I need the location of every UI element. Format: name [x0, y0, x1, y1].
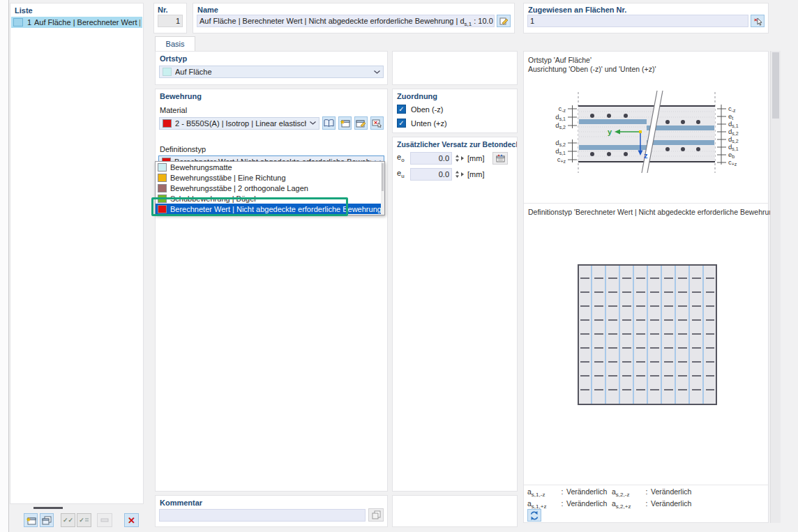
- apply-selected-lines-icon: [84, 517, 89, 524]
- copy-pages-icon: [372, 510, 381, 519]
- assigned-panel: Zugewiesen an Flächen Nr. ×: [523, 3, 769, 33]
- inactive-placeholder-icon: [100, 518, 109, 522]
- material-value: 2 - B550S(A) | Isotrop | Linear elastisc…: [175, 119, 306, 128]
- kommentar-copy-button[interactable]: [368, 508, 384, 522]
- info-divider2: [524, 485, 768, 485]
- eu-field[interactable]: [410, 168, 452, 181]
- annotation-highlight: [151, 197, 348, 216]
- option-swatch: [158, 174, 167, 182]
- svg-text:ds,1: ds,1: [555, 147, 566, 155]
- name-sub1: s,1: [465, 21, 472, 27]
- liste-panel: Liste 1 Auf Fläche | Berechneter Wert | …: [10, 3, 144, 504]
- eu-spinner[interactable]: [455, 170, 465, 178]
- slab-left-labels: c-z ds,1 ds,2 ds,2 ds,1 c+z: [555, 105, 566, 164]
- scrollbar-thumb[interactable]: [772, 52, 779, 119]
- new-material-icon: ★: [340, 119, 350, 128]
- material-delete-button[interactable]: ×: [370, 116, 384, 130]
- kommentar-panel: Kommentar: [155, 495, 388, 527]
- spinner-updown-icon: [455, 154, 460, 162]
- eu-symbol: eu: [397, 169, 407, 179]
- unten-label: Unten (+z): [411, 119, 447, 128]
- spinner-updown-icon: [455, 170, 460, 178]
- svg-text:c+z: c+z: [557, 155, 566, 164]
- axis-z-label: z: [644, 151, 648, 160]
- reinforcement-grid-diagram: [578, 264, 717, 405]
- edit-pencil-icon: [499, 17, 509, 25]
- zuordnung-title: Zuordnung: [393, 89, 517, 102]
- list-item[interactable]: 1 Auf Fläche | Berechneter Wert | Nich: [11, 17, 142, 28]
- svg-text:ds,2: ds,2: [555, 121, 566, 130]
- assigned-field[interactable]: [527, 15, 748, 27]
- eo-spinner[interactable]: [455, 154, 465, 162]
- concrete-cover-button[interactable]: [492, 152, 508, 165]
- left-edge-panel: [0, 0, 9, 532]
- oben-checkbox[interactable]: ✓: [397, 105, 406, 114]
- material-library-button[interactable]: [322, 116, 336, 130]
- svg-text:×: ×: [754, 17, 758, 23]
- svg-text:ds,1: ds,1: [555, 113, 566, 121]
- material-new-button[interactable]: ★: [338, 116, 352, 130]
- apply-selected-button[interactable]: ✓: [77, 513, 91, 527]
- copy-item-button[interactable]: [40, 513, 54, 527]
- dropdown-option[interactable]: Bewehrungsstäbe | 2 orthogonale Lagen: [156, 183, 384, 193]
- eo-symbol: eo: [397, 153, 407, 163]
- concrete-cover-dialog-icon: [496, 154, 505, 162]
- checkbox-row-oben[interactable]: ✓ Oben (-z): [393, 102, 517, 116]
- edit-material-icon: [356, 119, 366, 128]
- check-icon: ✓: [398, 119, 404, 127]
- svg-text:★: ★: [340, 119, 345, 126]
- delete-x-icon: ✕: [128, 515, 135, 526]
- checkbox-row-unten[interactable]: ✓ Unten (+z): [393, 116, 517, 130]
- list-resize-handle[interactable]: [33, 507, 63, 509]
- info-divider: [524, 203, 768, 204]
- zuordnung-panel: Zuordnung ✓ Oben (-z) ✓ Unten (+z): [392, 89, 518, 133]
- material-combobox[interactable]: 2 - B550S(A) | Isotrop | Linear elastisc…: [159, 117, 319, 130]
- material-swatch: [163, 119, 172, 128]
- dropdown-scrollbar[interactable]: [381, 162, 384, 215]
- vertical-scrollbar[interactable]: [770, 51, 781, 523]
- as-values: as,1,-z : Veränderlich as,2,-z : Verände…: [527, 487, 696, 510]
- spacer-panel-top: [392, 51, 518, 85]
- delete-item-button[interactable]: ✕: [124, 513, 139, 527]
- new-item-button[interactable]: ★: [24, 513, 38, 527]
- list-item-number: 1: [26, 18, 31, 26]
- library-book-icon: [324, 119, 334, 127]
- apply-all-button[interactable]: ✓✓: [61, 513, 75, 527]
- new-item-icon: ★: [26, 516, 36, 525]
- list-item-swatch: [13, 18, 23, 26]
- kommentar-title: Kommentar: [156, 496, 387, 508]
- name-edit-button[interactable]: [497, 15, 511, 27]
- as-value: as,1,+z : Veränderlich: [527, 499, 612, 510]
- svg-text:★: ★: [26, 516, 31, 523]
- name-text: Auf Fläche | Berechneter Wert | Nicht ab…: [200, 17, 465, 25]
- ortstyp-combobox[interactable]: Auf Fläche: [159, 66, 384, 78]
- dropdown-option[interactable]: Bewehrungsstäbe | Eine Richtung: [156, 172, 384, 183]
- list-item-label: Auf Fläche | Berechneter Wert | Nich: [34, 18, 140, 26]
- ortstyp-swatch: [163, 68, 172, 76]
- definitionstyp-label: Definitionstyp: [156, 130, 387, 155]
- nr-field: 1: [158, 15, 183, 27]
- name-field[interactable]: Auf Fläche | Berechneter Wert | Nicht ab…: [197, 15, 495, 27]
- oben-label: Oben (-z): [411, 105, 443, 114]
- slab-right-labels: c-z et ds,1 ds,2 ds,2 ds,1 eb c+z: [728, 105, 739, 167]
- bewehrung-title: Bewehrung: [156, 89, 387, 102]
- tab-basis[interactable]: Basis: [155, 36, 195, 51]
- eo-field[interactable]: [410, 152, 452, 165]
- material-edit-button[interactable]: [354, 116, 368, 130]
- nr-panel: Nr. 1: [153, 3, 187, 33]
- bewehrung-panel: Bewehrung Material 2 - B550S(A) | Isotro…: [155, 89, 388, 492]
- pick-pointer-icon: ×: [753, 17, 762, 26]
- as-value: as,1,-z : Veränderlich: [527, 487, 612, 498]
- info-line1: Ortstyp 'Auf Fläche': [528, 56, 592, 64]
- kommentar-field[interactable]: [159, 509, 366, 522]
- assigned-pick-button[interactable]: ×: [751, 15, 765, 27]
- refresh-button[interactable]: [527, 509, 541, 522]
- info-panel: Ortstyp 'Auf Fläche' Ausrichtung 'Oben (…: [523, 51, 769, 523]
- check-icon: ✓: [398, 105, 404, 113]
- unten-checkbox[interactable]: ✓: [397, 119, 406, 128]
- slab-cross-section-diagram: y z c-z ds,1 ds,2: [524, 86, 768, 178]
- option-swatch: [158, 184, 167, 192]
- spinner-expand-icon: [460, 172, 465, 177]
- as-value: as,2,-z : Veränderlich: [612, 487, 696, 498]
- dropdown-option[interactable]: Bewehrungsmatte: [156, 162, 384, 172]
